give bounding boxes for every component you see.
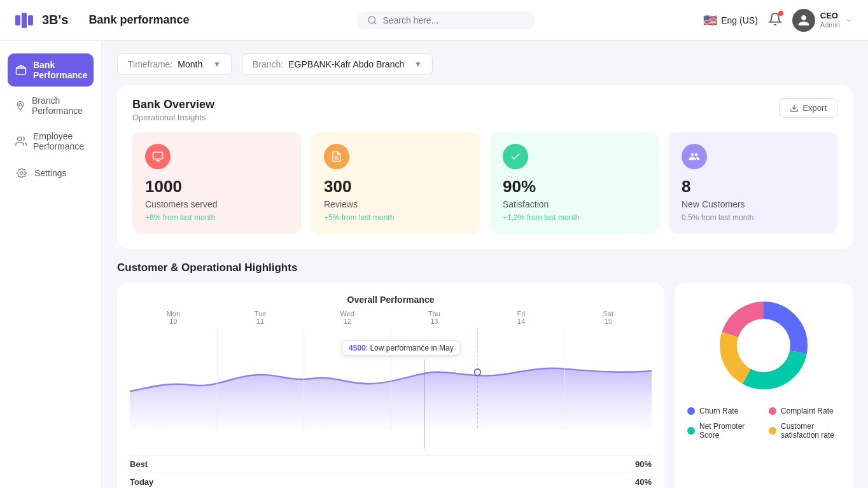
branch-chevron-icon: ▼ [414,60,422,69]
new-customers-label: New Customers [682,199,825,209]
highlights-title: Customer & Operational Highlights [117,261,853,274]
day-3: Thu [391,310,478,317]
export-icon [790,104,799,113]
sidebar-item-employee-performance[interactable]: Employee Performance [8,125,94,158]
donut-chart [713,295,815,396]
satisfaction-value: 90% [503,177,646,197]
donut-legend: Churn Rate Complaint Rate Net Promoter S… [687,407,840,440]
best-row: Best 90% [130,455,652,473]
branch-label: Branch: [253,59,283,69]
header: 3B's Bank performance 🇺🇸 Eng (US) [0,0,868,41]
logo: 3B's [15,13,68,28]
branch-filter[interactable]: Branch: EGPBANK-Kafr Abdo Branch ▼ [242,53,433,75]
customers-value: 1000 [145,177,288,197]
logo-text: 3B's [42,13,68,27]
legend-nps: Net Promoter Score [687,422,759,440]
avatar [792,9,815,32]
sidebar-item-branch-performance[interactable]: Branch Performance [8,89,94,122]
search-bar[interactable] [357,11,535,29]
user-level: Admin [820,21,840,29]
best-value: 90% [635,459,652,469]
satisfaction-rate-dot [769,427,776,435]
nps-label: Net Promoter Score [699,422,759,440]
reviews-change: +5% from last month [324,213,467,222]
complaint-label: Complaint Rate [781,407,834,415]
notifications-button[interactable] [768,12,782,28]
timeframe-chevron-icon: ▼ [213,60,221,69]
sidebar-label-branch: Branch Performance [32,95,86,116]
user-menu[interactable]: CEO Admin [792,9,853,32]
notification-badge [778,11,783,16]
export-label: Export [802,103,827,113]
legend-complaint: Complaint Rate [769,407,840,415]
day-5: Sat [564,310,652,317]
tooltip-line [424,359,425,449]
timeframe-filter[interactable]: Timeframe: Month ▼ [117,53,232,75]
chart-tooltip: 4500: Low performance in May [342,340,461,356]
svg-rect-11 [153,152,163,159]
satisfaction-rate-label: Customer satisfaction rate [781,422,840,440]
donut-chart-card: Churn Rate Complaint Rate Net Promoter S… [675,283,853,488]
chart-title: Overall Performance [130,295,652,305]
language-selector[interactable]: 🇺🇸 Eng (US) [703,13,758,27]
day-1: Tue [217,310,304,317]
date-5: 15 [564,317,652,325]
churn-dot [687,407,695,415]
day-2: Wed [304,310,391,317]
date-3: 13 [391,317,478,325]
sidebar-label-settings: Settings [34,168,67,178]
date-4: 14 [478,317,565,325]
header-right: 🇺🇸 Eng (US) CEO Admin [703,9,853,32]
today-label: Today [130,477,153,487]
satisfaction-icon [503,144,528,169]
branch-value: EGPBANK-Kafr Abdo Branch [288,59,404,69]
main-content: Timeframe: Month ▼ Branch: EGPBANK-Kafr … [102,41,868,488]
overview-title-area: Bank Overview Operational Insights [132,98,214,122]
date-2: 12 [304,317,391,325]
svg-point-26 [737,319,790,372]
reviews-value: 300 [324,177,467,197]
bank-overview-card: Bank Overview Operational Insights Expor… [117,85,853,249]
sidebar-label-bank: Bank Performance [33,60,88,80]
search-input[interactable] [382,15,510,25]
metric-customers: 1000 Customers served +8% from last mont… [132,132,301,234]
timeframe-label: Timeframe: [128,59,172,69]
timeframe-value: Month [178,59,202,69]
search-icon [367,15,377,25]
satisfaction-label: Satisfaction [503,199,646,209]
overview-title: Bank Overview [132,98,214,111]
svg-point-7 [19,104,22,106]
sidebar-item-settings[interactable]: Settings [8,160,94,186]
chart-day-labels: Mon 10 Tue 11 Wed 12 Thu [130,310,652,325]
today-row: Today 40% [130,473,652,488]
charts-row: Overall Performance Mon 10 Tue 11 Wed [117,283,853,488]
customers-icon [145,144,171,169]
flag-icon: 🇺🇸 [703,13,717,27]
logo-icon [15,13,38,28]
filters-row: Timeframe: Month ▼ Branch: EGPBANK-Kafr … [117,53,853,75]
churn-label: Churn Rate [699,407,738,415]
svg-rect-5 [17,68,26,74]
today-value: 40% [635,477,652,487]
svg-point-21 [475,369,481,375]
date-1: 11 [217,317,304,325]
sidebar-item-bank-performance[interactable]: Bank Performance [8,53,94,87]
sidebar: Bank Performance Branch Performance Em [0,41,102,488]
day-4: Fri [478,310,565,317]
svg-point-9 [20,172,23,174]
customers-label: Customers served [145,199,288,209]
reviews-icon [324,144,349,169]
satisfaction-change: +1,2% from last month [503,213,646,222]
page-title: Bank performance [88,13,189,27]
layout: Bank Performance Branch Performance Em [0,41,868,488]
new-customers-value: 8 [682,177,825,197]
language-label: Eng (US) [721,15,758,25]
legend-satisfaction-rate: Customer satisfaction rate [769,422,840,440]
sidebar-label-employee: Employee Performance [33,131,86,151]
user-info: CEO Admin [820,11,840,29]
export-button[interactable]: Export [779,98,837,118]
user-role: CEO [820,11,840,21]
people-icon [15,135,27,148]
svg-rect-1 [22,13,27,28]
line-chart-card: Overall Performance Mon 10 Tue 11 Wed [117,283,664,488]
